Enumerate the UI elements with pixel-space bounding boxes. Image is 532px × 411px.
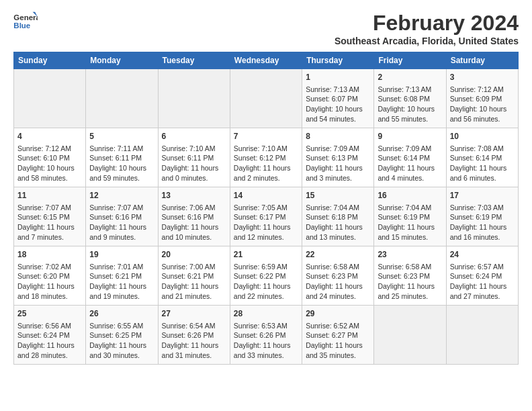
calendar-day-cell: 10Sunrise: 7:08 AM Sunset: 6:14 PM Dayli… [446, 128, 518, 187]
calendar-day-cell: 20Sunrise: 7:00 AM Sunset: 6:21 PM Dayli… [158, 246, 230, 306]
calendar-day-cell [374, 306, 446, 365]
calendar-day-cell [158, 69, 230, 128]
day-info: Sunrise: 7:09 AM Sunset: 6:14 PM Dayligh… [378, 144, 442, 183]
calendar-header-row: SundayMondayTuesdayWednesdayThursdayFrid… [14, 52, 519, 69]
calendar-day-cell: 27Sunrise: 6:54 AM Sunset: 6:26 PM Dayli… [158, 306, 230, 365]
calendar-week-row: 11Sunrise: 7:07 AM Sunset: 6:15 PM Dayli… [14, 187, 519, 246]
calendar-day-cell: 28Sunrise: 6:53 AM Sunset: 6:26 PM Dayli… [230, 306, 302, 365]
day-info: Sunrise: 6:55 AM Sunset: 6:25 PM Dayligh… [89, 321, 154, 361]
day-number: 22 [306, 249, 370, 261]
day-number: 17 [450, 190, 515, 201]
calendar-day-cell: 17Sunrise: 7:03 AM Sunset: 6:19 PM Dayli… [446, 187, 518, 246]
day-info: Sunrise: 7:02 AM Sunset: 6:20 PM Dayligh… [17, 262, 82, 302]
day-number: 19 [89, 249, 154, 261]
day-number: 4 [17, 131, 82, 142]
day-number: 21 [234, 249, 298, 261]
calendar-day-cell: 7Sunrise: 7:10 AM Sunset: 6:12 PM Daylig… [230, 128, 302, 187]
calendar-day-cell: 4Sunrise: 7:12 AM Sunset: 6:10 PM Daylig… [14, 128, 86, 187]
day-number: 18 [17, 249, 82, 261]
calendar-day-cell: 18Sunrise: 7:02 AM Sunset: 6:20 PM Dayli… [14, 246, 86, 306]
day-info: Sunrise: 7:04 AM Sunset: 6:18 PM Dayligh… [306, 203, 370, 242]
day-number: 20 [162, 249, 226, 261]
calendar-header-cell: Sunday [14, 52, 86, 69]
calendar-header-cell: Monday [86, 52, 158, 69]
calendar-day-cell: 22Sunrise: 6:58 AM Sunset: 6:23 PM Dayli… [302, 246, 374, 306]
day-number: 8 [306, 131, 370, 142]
day-info: Sunrise: 7:12 AM Sunset: 6:10 PM Dayligh… [17, 144, 82, 183]
title-block: February 2024 Southeast Arcadia, Florida… [335, 11, 519, 46]
calendar-header-cell: Wednesday [230, 52, 302, 69]
day-info: Sunrise: 7:05 AM Sunset: 6:17 PM Dayligh… [234, 203, 298, 242]
day-info: Sunrise: 7:07 AM Sunset: 6:15 PM Dayligh… [17, 203, 82, 242]
day-info: Sunrise: 7:13 AM Sunset: 6:08 PM Dayligh… [378, 85, 442, 124]
day-info: Sunrise: 6:56 AM Sunset: 6:24 PM Dayligh… [17, 321, 82, 361]
day-info: Sunrise: 7:11 AM Sunset: 6:11 PM Dayligh… [89, 144, 154, 183]
calendar-day-cell: 14Sunrise: 7:05 AM Sunset: 6:17 PM Dayli… [230, 187, 302, 246]
calendar-day-cell: 6Sunrise: 7:10 AM Sunset: 6:11 PM Daylig… [158, 128, 230, 187]
day-info: Sunrise: 6:58 AM Sunset: 6:23 PM Dayligh… [306, 262, 370, 302]
calendar-day-cell: 29Sunrise: 6:52 AM Sunset: 6:27 PM Dayli… [302, 306, 374, 365]
day-info: Sunrise: 7:00 AM Sunset: 6:21 PM Dayligh… [162, 262, 226, 302]
day-info: Sunrise: 6:57 AM Sunset: 6:24 PM Dayligh… [450, 262, 515, 302]
day-info: Sunrise: 6:58 AM Sunset: 6:23 PM Dayligh… [378, 262, 442, 302]
day-number: 28 [234, 308, 298, 320]
page-header: General Blue February 2024 Southeast Arc… [13, 11, 519, 46]
calendar-day-cell: 21Sunrise: 6:59 AM Sunset: 6:22 PM Dayli… [230, 246, 302, 306]
calendar-day-cell: 11Sunrise: 7:07 AM Sunset: 6:15 PM Dayli… [14, 187, 86, 246]
calendar-week-row: 4Sunrise: 7:12 AM Sunset: 6:10 PM Daylig… [14, 128, 519, 187]
logo: General Blue [13, 11, 38, 31]
day-number: 24 [450, 249, 515, 261]
day-info: Sunrise: 6:52 AM Sunset: 6:27 PM Dayligh… [306, 321, 370, 361]
calendar-header-cell: Saturday [446, 52, 518, 69]
calendar-table: SundayMondayTuesdayWednesdayThursdayFrid… [13, 52, 519, 365]
day-number: 16 [378, 190, 442, 201]
day-info: Sunrise: 7:07 AM Sunset: 6:16 PM Dayligh… [89, 203, 154, 242]
main-title: February 2024 [335, 11, 519, 36]
day-info: Sunrise: 7:09 AM Sunset: 6:13 PM Dayligh… [306, 144, 370, 183]
calendar-day-cell: 8Sunrise: 7:09 AM Sunset: 6:13 PM Daylig… [302, 128, 374, 187]
day-number: 12 [89, 190, 154, 201]
day-info: Sunrise: 7:04 AM Sunset: 6:19 PM Dayligh… [378, 203, 442, 242]
day-info: Sunrise: 6:59 AM Sunset: 6:22 PM Dayligh… [234, 262, 298, 302]
day-number: 10 [450, 131, 515, 142]
day-number: 15 [306, 190, 370, 201]
calendar-day-cell [230, 69, 302, 128]
day-number: 3 [450, 72, 515, 83]
calendar-day-cell: 23Sunrise: 6:58 AM Sunset: 6:23 PM Dayli… [374, 246, 446, 306]
day-number: 27 [162, 308, 226, 320]
day-number: 23 [378, 249, 442, 261]
day-info: Sunrise: 7:03 AM Sunset: 6:19 PM Dayligh… [450, 203, 515, 242]
day-number: 29 [306, 308, 370, 320]
day-number: 9 [378, 131, 442, 142]
calendar-day-cell: 19Sunrise: 7:01 AM Sunset: 6:21 PM Dayli… [86, 246, 158, 306]
calendar-week-row: 25Sunrise: 6:56 AM Sunset: 6:24 PM Dayli… [14, 306, 519, 365]
day-info: Sunrise: 7:06 AM Sunset: 6:16 PM Dayligh… [162, 203, 226, 242]
day-info: Sunrise: 6:54 AM Sunset: 6:26 PM Dayligh… [162, 321, 226, 361]
day-number: 6 [162, 131, 226, 142]
day-number: 1 [306, 72, 370, 83]
day-info: Sunrise: 6:53 AM Sunset: 6:26 PM Dayligh… [234, 321, 298, 361]
calendar-day-cell: 1Sunrise: 7:13 AM Sunset: 6:07 PM Daylig… [302, 69, 374, 128]
day-info: Sunrise: 7:08 AM Sunset: 6:14 PM Dayligh… [450, 144, 515, 183]
day-number: 7 [234, 131, 298, 142]
calendar-header-cell: Thursday [302, 52, 374, 69]
calendar-day-cell: 12Sunrise: 7:07 AM Sunset: 6:16 PM Dayli… [86, 187, 158, 246]
calendar-day-cell: 3Sunrise: 7:12 AM Sunset: 6:09 PM Daylig… [446, 69, 518, 128]
calendar-body: 1Sunrise: 7:13 AM Sunset: 6:07 PM Daylig… [14, 69, 519, 365]
day-number: 26 [89, 308, 154, 320]
svg-text:Blue: Blue [13, 21, 30, 30]
day-number: 25 [17, 308, 82, 320]
calendar-day-cell [86, 69, 158, 128]
svg-text:General: General [13, 13, 38, 21]
day-number: 14 [234, 190, 298, 201]
calendar-header-cell: Friday [374, 52, 446, 69]
calendar-day-cell: 9Sunrise: 7:09 AM Sunset: 6:14 PM Daylig… [374, 128, 446, 187]
calendar-day-cell: 16Sunrise: 7:04 AM Sunset: 6:19 PM Dayli… [374, 187, 446, 246]
calendar-day-cell: 2Sunrise: 7:13 AM Sunset: 6:08 PM Daylig… [374, 69, 446, 128]
calendar-day-cell: 13Sunrise: 7:06 AM Sunset: 6:16 PM Dayli… [158, 187, 230, 246]
day-info: Sunrise: 7:10 AM Sunset: 6:11 PM Dayligh… [162, 144, 226, 183]
calendar-day-cell [14, 69, 86, 128]
calendar-day-cell: 15Sunrise: 7:04 AM Sunset: 6:18 PM Dayli… [302, 187, 374, 246]
day-number: 13 [162, 190, 226, 201]
day-number: 11 [17, 190, 82, 201]
